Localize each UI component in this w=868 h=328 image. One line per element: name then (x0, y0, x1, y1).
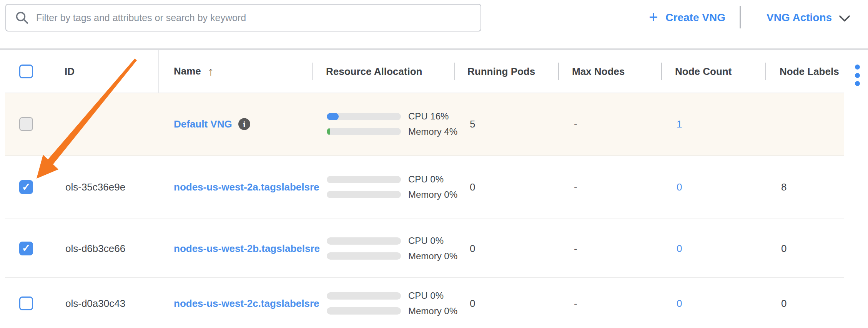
vng-id: ols-35c36e9e (65, 181, 125, 193)
memory-bar-fill (327, 128, 330, 135)
node-count-link[interactable]: 1 (677, 118, 682, 130)
row-checkbox-unchecked[interactable] (19, 297, 33, 310)
resource-labels: CPU 16% Memory 4% (408, 111, 457, 137)
memory-bar (327, 128, 401, 135)
node-count-link[interactable]: 0 (677, 242, 682, 254)
check-icon: ✓ (22, 243, 31, 253)
cpu-bar (327, 113, 401, 120)
max-nodes-value: - (574, 242, 577, 254)
node-labels-value: 8 (781, 181, 787, 193)
cpu-label: CPU 0% (408, 174, 457, 185)
max-nodes-value: - (574, 298, 577, 310)
table-row-default-vng[interactable]: Default VNG i CPU 16% Memory 4% 5 - 1 (5, 93, 844, 156)
node-labels-value: 0 (781, 298, 787, 310)
node-count-link[interactable]: 0 (677, 298, 682, 310)
cpu-bar (327, 237, 401, 245)
header-divider (312, 63, 313, 80)
header-divider (558, 63, 559, 80)
memory-label: Memory 0% (408, 251, 457, 262)
max-nodes-value: - (574, 118, 577, 130)
resource-bars (327, 237, 401, 260)
header-divider (454, 63, 455, 80)
search-icon (15, 11, 28, 24)
create-vng-label: Create VNG (665, 12, 725, 24)
vng-name-label: Default VNG (174, 118, 232, 130)
max-nodes-value: - (574, 181, 577, 193)
running-pods-value: 0 (470, 242, 475, 254)
vng-id: ols-d6b3ce66 (65, 242, 125, 254)
vng-name-link[interactable]: nodes-us-west-2c.tagslabelsre (174, 298, 319, 310)
cpu-bar (327, 176, 401, 183)
search-input[interactable] (36, 12, 471, 23)
vng-actions-label: VNG Actions (767, 12, 832, 24)
cpu-label: CPU 0% (408, 290, 457, 301)
column-header-name[interactable]: Name ↑ (174, 65, 214, 78)
table-header: ID Name ↑ Resource Allocation Running Po… (0, 50, 868, 93)
resource-bars (327, 292, 401, 315)
vng-list-page: + Create VNG VNG Actions ID Name ↑ Resou… (0, 0, 868, 328)
column-header-node-labels[interactable]: Node Labels (780, 65, 839, 77)
plus-icon: + (649, 9, 658, 25)
column-header-running-pods[interactable]: Running Pods (467, 65, 535, 77)
running-pods-value: 0 (470, 298, 475, 310)
vng-name-label: nodes-us-west-2c.tagslabelsre (174, 298, 319, 310)
running-pods-value: 0 (470, 181, 475, 193)
table-row-ols-35c36e9e[interactable]: ✓ ols-35c36e9e nodes-us-west-2a.tagslabe… (5, 156, 844, 219)
node-labels-value: 0 (781, 242, 787, 254)
memory-label: Memory 0% (408, 189, 457, 200)
header-divider (765, 63, 766, 80)
table-row-ols-d0a30c43[interactable]: ols-d0a30c43 nodes-us-west-2c.tagslabels… (5, 278, 844, 328)
table-body: Default VNG i CPU 16% Memory 4% 5 - 1 (5, 93, 844, 328)
toolbar-divider (740, 6, 741, 28)
sort-ascending-icon: ↑ (208, 65, 214, 78)
resource-bars (327, 113, 401, 135)
resource-labels: CPU 0% Memory 0% (408, 174, 457, 200)
cpu-bar-fill (327, 113, 339, 120)
vng-name-label: nodes-us-west-2b.tagslabelsre (174, 242, 320, 254)
resource-labels: CPU 0% Memory 0% (408, 235, 457, 262)
vng-name-link[interactable]: nodes-us-west-2a.tagslabelsre (174, 181, 319, 193)
cpu-label: CPU 0% (408, 235, 457, 246)
memory-bar (327, 191, 401, 198)
info-icon[interactable]: i (238, 118, 250, 130)
table-row-ols-d6b3ce66[interactable]: ✓ ols-d6b3ce66 nodes-us-west-2b.tagslabe… (5, 219, 844, 278)
row-checkbox-checked[interactable]: ✓ (19, 242, 33, 255)
column-header-id[interactable]: ID (65, 65, 75, 77)
column-header-node-count[interactable]: Node Count (675, 65, 732, 77)
row-checkbox-disabled (19, 117, 33, 131)
resource-bars (327, 176, 401, 198)
chevron-down-icon (839, 15, 850, 22)
check-icon: ✓ (22, 182, 31, 192)
column-options-menu-icon[interactable] (853, 65, 861, 86)
memory-label: Memory 4% (408, 126, 457, 137)
filter-search-box[interactable] (5, 4, 481, 31)
node-count-link[interactable]: 0 (677, 181, 682, 193)
header-divider (661, 63, 662, 80)
memory-bar (327, 307, 401, 315)
column-header-max-nodes[interactable]: Max Nodes (572, 65, 625, 77)
row-checkbox-checked[interactable]: ✓ (19, 180, 33, 194)
memory-bar (327, 252, 401, 260)
vng-name-link[interactable]: Default VNG i (174, 118, 250, 130)
running-pods-value: 5 (470, 118, 475, 130)
cpu-label: CPU 16% (408, 111, 457, 122)
cpu-bar (327, 292, 401, 300)
vng-name-label: nodes-us-west-2a.tagslabelsre (174, 181, 319, 193)
create-vng-button[interactable]: + Create VNG (649, 5, 725, 30)
vng-id: ols-d0a30c43 (65, 298, 125, 310)
vng-name-link[interactable]: nodes-us-west-2b.tagslabelsre (174, 242, 320, 254)
memory-label: Memory 0% (408, 306, 457, 316)
vng-actions-button[interactable]: VNG Actions (767, 5, 850, 30)
select-all-checkbox[interactable] (19, 65, 33, 78)
resource-labels: CPU 0% Memory 0% (408, 290, 457, 316)
column-header-name-label: Name (174, 65, 201, 77)
column-header-resource-allocation[interactable]: Resource Allocation (326, 65, 422, 77)
